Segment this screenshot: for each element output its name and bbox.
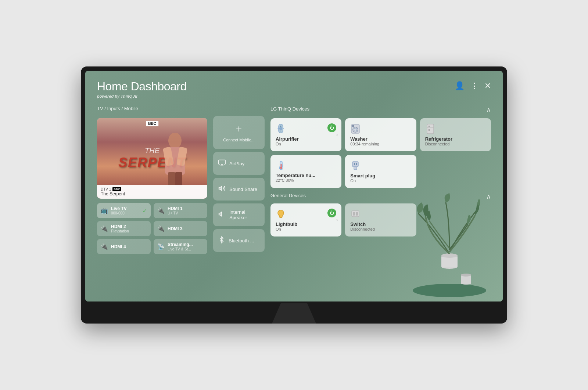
streaming-info: Streaming... Live TV & St... (168, 242, 193, 251)
airpurifier-chevron: › (336, 132, 338, 137)
refrigerator-top (425, 123, 486, 136)
bluetooth-tile[interactable]: Bluetooth ... (213, 229, 265, 252)
lightbulb-power[interactable]: ⏻ (327, 209, 336, 217)
svg-rect-43 (356, 212, 358, 216)
smart-plug-info: Smart plug On (350, 173, 411, 183)
internal-speaker-icon (218, 210, 226, 220)
input-hdmi4[interactable]: 🔌 HDMI 4 (97, 239, 151, 254)
bluetooth-label: Bluetooth ... (229, 238, 254, 243)
close-icon[interactable]: ✕ (484, 81, 491, 91)
hdmi4-name: HDMI 4 (111, 244, 126, 249)
live-tv-info: Live TV 000-000 (111, 206, 127, 215)
more-icon[interactable]: ⋮ (470, 81, 478, 91)
svg-rect-28 (429, 129, 430, 131)
tv-screen: Home Dashboard powered by ThinQ AI 👤 ⋮ ✕ (85, 71, 503, 301)
airpurifier-info: Airpurifier On (276, 136, 336, 146)
streaming-sub: Live TV & St... (168, 247, 193, 251)
airplay-icon (218, 159, 226, 168)
washer-name: Washer (350, 136, 411, 142)
bluetooth-icon (218, 236, 225, 245)
hdmi3-icon: 🔌 (157, 225, 165, 232)
input-streaming[interactable]: 📡 Streaming... Live TV & St... (154, 239, 207, 254)
live-tv-sub: 000-000 (111, 211, 127, 215)
switch-info: Switch Disconnected (350, 221, 411, 231)
airplay-tile[interactable]: AirPlay (213, 152, 265, 175)
washer-icon (350, 123, 361, 136)
streaming-name: Streaming... (168, 242, 193, 247)
hdmi2-sub: Playstation (111, 229, 129, 233)
hdmi3-info: HDMI 3 (168, 226, 183, 231)
refrigerator-name: Refrigerator (425, 136, 486, 142)
airpurifier-icon (276, 123, 286, 136)
dashboard-header: Home Dashboard powered by ThinQ AI 👤 ⋮ ✕ (97, 80, 491, 98)
airpurifier-name: Airpurifier (276, 136, 336, 142)
connect-mobile-label: Connect Mobile... (223, 138, 255, 142)
tv-preview-info: DTV 1 BBC The Serpent (97, 185, 207, 199)
general-devices-label: General Devices (270, 193, 306, 198)
hdmi3-name: HDMI 3 (168, 226, 183, 231)
hdmi2-icon: 🔌 (101, 225, 108, 232)
input-hdmi3[interactable]: 🔌 HDMI 3 (154, 221, 207, 236)
temperature-top (276, 160, 336, 173)
dashboard: Home Dashboard powered by ThinQ AI 👤 ⋮ ✕ (85, 71, 503, 301)
svg-marker-15 (219, 186, 222, 191)
svg-point-4 (441, 253, 458, 258)
sound-share-label: Sound Share (229, 187, 257, 192)
plant-decoration (404, 147, 495, 301)
svg-rect-1 (426, 289, 473, 292)
network-badge: BBC (112, 187, 121, 191)
svg-rect-13 (175, 172, 182, 187)
airplay-label: AirPlay (229, 161, 244, 166)
device-refrigerator[interactable]: Refrigerator Disconnected (420, 118, 491, 151)
svg-rect-42 (353, 212, 355, 216)
connect-mobile-tile[interactable]: + Connect Mobile... (213, 116, 265, 149)
device-airpurifier[interactable]: ⏻ Airpurifier On › (270, 118, 341, 151)
hdmi1-icon: 🔌 (157, 207, 165, 214)
device-lightbulb[interactable]: ⏻ Lightbulb On › (270, 203, 341, 236)
live-tv-name: Live TV (111, 206, 127, 211)
device-temperature[interactable]: Temperature hu... 22℃ 80% (270, 155, 341, 188)
washer-top (350, 123, 411, 136)
header-title-group: Home Dashboard powered by ThinQ AI (97, 80, 187, 98)
media-section: + Connect Mobile... AirPlay (213, 106, 265, 254)
smart-plug-name: Smart plug (350, 173, 411, 178)
internal-speaker-label: Internal Speaker (229, 209, 259, 220)
washer-info: Washer 00:34 remaining (350, 136, 411, 146)
airpurifier-status: On (276, 142, 336, 146)
sound-share-tile[interactable]: Sound Share (213, 178, 265, 201)
switch-icon (350, 209, 361, 221)
bbc-badge: BBC (146, 121, 158, 126)
show-title: The Serpent (101, 191, 204, 196)
hdmi2-info: HDMI 2 Playstation (111, 224, 129, 233)
temperature-icon (276, 160, 286, 173)
connect-plus-icon: + (236, 123, 242, 135)
svg-point-8 (168, 133, 182, 149)
subtitle-prefix: powered by (97, 94, 121, 98)
lightbulb-name: Lightbulb (276, 221, 336, 227)
washer-status: 00:34 remaining (350, 142, 411, 146)
hdmi1-info: HDMI 1 U+ TV (168, 206, 183, 215)
device-switch[interactable]: Switch Disconnected (345, 203, 416, 236)
hdmi2-name: HDMI 2 (111, 224, 129, 229)
airpurifier-top: ⏻ (276, 123, 336, 136)
device-washer[interactable]: Washer 00:34 remaining (345, 118, 416, 151)
live-tv-check: ✓ (143, 208, 147, 214)
user-icon[interactable]: 👤 (455, 81, 465, 91)
input-live-tv[interactable]: 📺 Live TV 000-000 ✓ (97, 203, 151, 218)
subtitle-brand: ThinQ AI (121, 94, 137, 98)
device-smart-plug[interactable]: Smart plug On (345, 155, 416, 188)
switch-name: Switch (350, 221, 411, 227)
airpurifier-power[interactable]: ⏻ (327, 123, 336, 132)
input-hdmi2[interactable]: 🔌 HDMI 2 Playstation (97, 221, 151, 236)
svg-marker-17 (219, 212, 222, 216)
thinq-collapse-btn[interactable]: ∧ (486, 106, 491, 114)
svg-rect-27 (429, 126, 430, 127)
svg-point-16 (224, 186, 225, 187)
tv-preview-card[interactable]: BBC (97, 118, 207, 199)
switch-top (350, 209, 411, 221)
refrigerator-info: Refrigerator Disconnected (425, 136, 486, 146)
temperature-status: 22℃ 80% (276, 178, 336, 183)
input-hdmi1[interactable]: 🔌 HDMI 1 U+ TV (154, 203, 207, 218)
svg-point-32 (280, 167, 282, 169)
internal-speaker-tile[interactable]: Internal Speaker (213, 203, 265, 226)
